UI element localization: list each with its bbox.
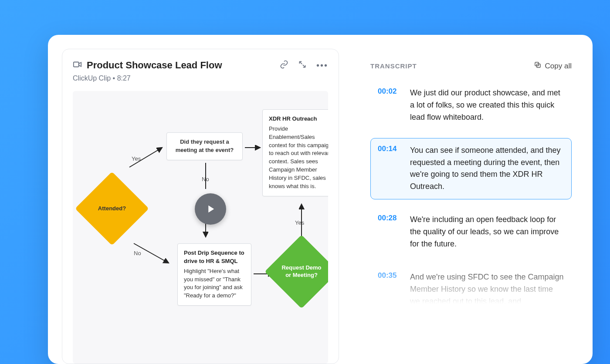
flow-edge-yes-top: Yes [132, 155, 141, 162]
transcript-text: We just did our product showcase, and me… [410, 87, 564, 124]
copy-all-button[interactable]: Copy all [534, 61, 572, 71]
transcript-row[interactable]: 00:02We just did our product showcase, a… [370, 81, 572, 130]
clip-actions: ••• [280, 60, 328, 71]
app-card: Product Showcase Lead Flow [48, 35, 593, 364]
transcript-time: 00:02 [378, 87, 400, 124]
more-icon[interactable]: ••• [316, 61, 328, 70]
transcript-title: Transcript [370, 62, 417, 70]
clip-pane: Product Showcase Lead Flow [48, 35, 353, 364]
transcript-text: We're including an open feedback loop fo… [410, 214, 564, 250]
transcript-time: 00:28 [378, 214, 400, 250]
flow-node-xdr: XDR HR Outreach Provide Enablement/Sales… [262, 109, 328, 196]
expand-icon[interactable] [298, 60, 307, 71]
video-icon [73, 60, 82, 71]
clip-header: Product Showcase Lead Flow [73, 60, 328, 71]
transcript-time: 00:14 [378, 145, 400, 193]
link-icon[interactable] [280, 60, 288, 71]
flow-node-meeting-question: Did they request a meeting at the event? [166, 132, 243, 160]
flow-decision-demo: Request Demo or Meeting? [275, 246, 328, 298]
copy-all-label: Copy all [545, 62, 572, 71]
flow-node-drip: Post Drip Sequence to drive to HR & SMQL… [177, 243, 251, 306]
clip-title-group: Product Showcase Lead Flow [73, 60, 222, 71]
transcript-text: And we're using SFDC to see the Campaign… [410, 271, 564, 308]
clip-title: Product Showcase Lead Flow [87, 60, 222, 71]
clip-card: Product Showcase Lead Flow [62, 49, 339, 364]
transcript-list: 00:02We just did our product showcase, a… [370, 81, 572, 314]
clip-subtitle: ClickUp Clip • 8:27 [73, 74, 328, 82]
transcript-header: Transcript Copy all [370, 61, 572, 71]
transcript-row[interactable]: 00:35And we're using SFDC to see the Cam… [370, 265, 572, 314]
copy-icon [534, 61, 542, 71]
flow-edge-yes-right: Yes [295, 219, 304, 226]
flow-edge-no-mid: No [202, 176, 209, 182]
flow-canvas: Attended? Yes No Did they request a meet… [73, 91, 328, 364]
svg-rect-0 [74, 62, 79, 67]
transcript-pane: Transcript Copy all 00:02We just did our… [353, 35, 593, 364]
flow-decision-attended: Attended? [86, 182, 138, 235]
flow-edge-no-bottom: No [134, 250, 141, 256]
transcript-text: You can see if someone attended, and the… [410, 145, 564, 193]
transcript-row[interactable]: 00:14You can see if someone attended, an… [370, 138, 572, 200]
play-button[interactable] [195, 193, 226, 225]
transcript-time: 00:35 [378, 271, 400, 308]
transcript-row[interactable]: 00:28We're including an open feedback lo… [370, 207, 572, 257]
